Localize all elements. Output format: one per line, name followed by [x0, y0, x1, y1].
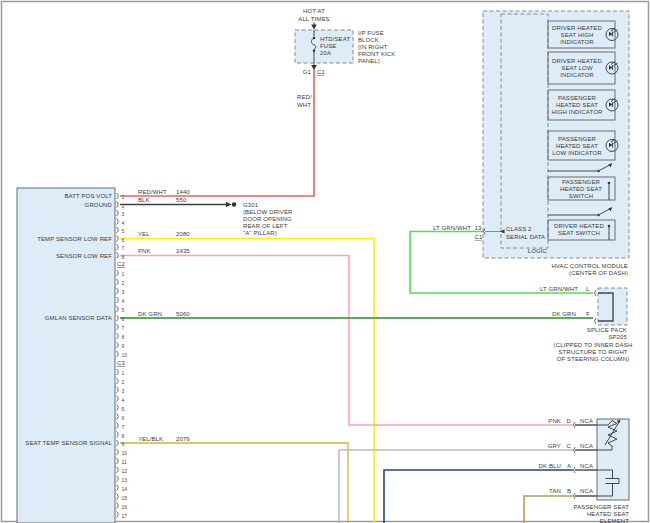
pin-number: 6 — [122, 415, 125, 421]
wire-circuit: 2080 — [176, 231, 190, 237]
ground-name: G301 — [243, 202, 259, 208]
connector-pin-hook — [117, 369, 119, 375]
splice-name: SPLICE PACK — [587, 327, 627, 333]
pin-letter: F — [586, 311, 590, 317]
pin-number: 6 — [122, 237, 125, 243]
pin-number: 3 — [122, 388, 125, 394]
connector-pin-hook — [117, 396, 119, 402]
indicator-label: DRIVER HEATED — [552, 58, 602, 64]
wire-circuit: 2079 — [176, 436, 190, 442]
element-name: PASSENGER SEAT — [574, 504, 630, 510]
connector-pin-hook — [117, 244, 119, 250]
connector-c2-label: C2 — [117, 261, 125, 267]
pin-letter: B — [567, 488, 571, 494]
connector-pin-hook — [117, 414, 119, 420]
ground-location: REAR OF LEFT — [243, 223, 288, 229]
wire-color-label: RED/ — [297, 94, 312, 100]
hvac-name: HVAC CONTROL MODULE — [551, 263, 628, 269]
ground-dot-icon — [232, 202, 237, 207]
wire-color: LT GRN/WHT — [540, 286, 578, 292]
connector-pin-hook — [117, 405, 119, 411]
indicator-label: INDICATOR — [560, 39, 594, 45]
circuit-label: NCA — [580, 463, 593, 469]
connector-pin-hook — [117, 494, 119, 500]
fuse-connector-label: C1 — [317, 69, 325, 75]
circuit-label: NCA — [580, 443, 593, 449]
pin-number: 3 — [122, 211, 125, 217]
wire-color-label-2: WHT — [297, 102, 311, 108]
wire-color: YEL — [138, 231, 150, 237]
pin-number: 5 — [122, 228, 125, 234]
splice-location: STRUCTURE TO RIGHT — [558, 349, 627, 355]
connector-group-1: 12345678 — [117, 193, 125, 260]
pin-label-batt: BATT POS VOLT — [64, 193, 112, 199]
pin-number: 7 — [122, 245, 125, 251]
fuse-pin-label: G1 — [303, 69, 312, 75]
pin-number: 8 — [122, 433, 125, 439]
connector-pin-hook — [117, 333, 119, 339]
pin-letter: L — [586, 286, 590, 292]
element-name: ELEMENT — [600, 518, 629, 523]
indicator-label: LOW INDICATOR — [552, 150, 602, 156]
pin-number: 7 — [122, 325, 125, 331]
connector-pin-hook — [574, 493, 576, 499]
connector-pin-hook — [117, 387, 119, 393]
pin-number: 14 — [122, 486, 128, 492]
connector-pin-hook — [117, 306, 119, 312]
connector-pin-hook — [574, 467, 576, 473]
circuit-label: NCA — [580, 418, 593, 424]
connector-pin-hook — [117, 279, 119, 285]
connector-pin-hook — [117, 288, 119, 294]
connector-pin-hook — [117, 297, 119, 303]
callout-line: PANEL) — [358, 58, 380, 64]
callout-line: BLOCK — [358, 37, 379, 43]
fuse-block-callout: I/P FUSE BLOCK (IN RIGHT FRONT KICK PANE… — [358, 30, 395, 64]
connector-pin-hook — [117, 458, 119, 464]
pin-label-gmlan: GMLAN SENSOR DATA — [45, 315, 112, 321]
hvac-control-module: DRIVER HEATED SEAT HIGH INDICATOR DRIVER… — [433, 11, 629, 276]
wire-tan — [524, 496, 573, 523]
down-arrow-icon — [311, 25, 317, 30]
pin-number: 4 — [122, 220, 125, 226]
fuse-rating: 20A — [320, 50, 331, 56]
wire-color: LT GRN/WHT — [433, 225, 471, 231]
wire-color: GRY — [548, 443, 561, 449]
switch-label: SWITCH — [569, 193, 593, 199]
indicator-label: DRIVER HEATED — [552, 25, 602, 31]
pin-label-temp-low-ref: TEMP SENSOR LOW REF — [37, 236, 112, 242]
connector-pin-hook — [117, 219, 119, 225]
pin-number: 9 — [122, 441, 125, 447]
splice-location: OF STEERING COLUMN) — [557, 356, 630, 362]
connector-pin-hook — [117, 503, 119, 509]
connector-pin-hook — [117, 253, 119, 259]
splice-pack: LT GRN/WHT L DK GRN F SPLICE PACK SP205 … — [540, 286, 632, 362]
switch-label: PASSENGER — [562, 179, 601, 185]
pin-number: 13 — [122, 477, 128, 483]
wire-color: PNK — [138, 248, 151, 254]
connector-label: C1 — [475, 234, 483, 240]
wiring-diagram: HOT AT ALL TIMES HTD/SEAT FUSE 20A G1 C1… — [0, 0, 650, 523]
connector-pin-hook — [117, 270, 119, 276]
connector-pin-hook — [117, 227, 119, 233]
wire-circuit: 2435 — [176, 248, 190, 254]
ground-g301: G301 (BELOW DRIVER DOOR OPENING REAR OF … — [226, 202, 293, 236]
pin-number: 7 — [122, 424, 125, 430]
wire-color: PNK — [548, 418, 561, 424]
hot-at-label-2: ALL TIMES — [298, 16, 329, 22]
indicator-label: SEAT LOW — [561, 65, 593, 71]
connector-pin-hook — [117, 193, 119, 199]
ground-location: (BELOW DRIVER — [243, 209, 293, 215]
circuit-label: NCA — [580, 488, 593, 494]
hot-at-label: HOT AT — [303, 8, 325, 14]
pin-number: 5 — [122, 406, 125, 412]
switch-label: SEAT SWITCH — [558, 230, 600, 236]
pin-number: 1 — [122, 271, 125, 277]
pin-number: 1 — [122, 370, 125, 376]
pin-number: 4 — [122, 298, 125, 304]
connector-pin-hook — [117, 202, 119, 208]
wire-color: DK GRN — [138, 311, 162, 317]
pin-number: 10 — [122, 352, 128, 358]
pin-number: 4 — [122, 397, 125, 403]
indicator-label: HEATED SEAT — [556, 102, 598, 108]
connector-pin-hook — [117, 422, 119, 428]
